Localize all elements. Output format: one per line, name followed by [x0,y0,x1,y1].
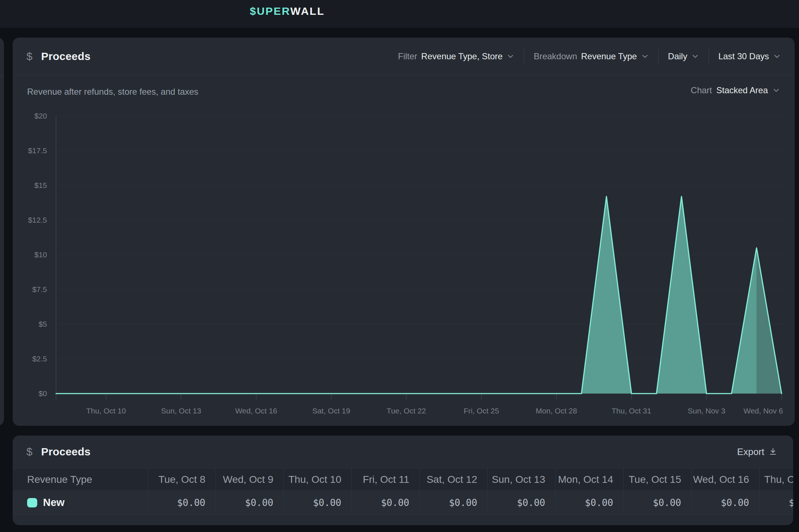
table-cell-value: $0.00 [148,491,215,514]
proceeds-chart-card: $ Proceeds Filter Revenue Type, Store Br… [13,38,795,426]
x-axis-tick-label: Sun, Nov 3 [688,407,725,415]
series-color-swatch [27,498,37,507]
stacked-area-chart[interactable]: $0$2.5$5$7.5$10$12.5$15$17.5$20Thu, Oct … [13,38,795,426]
table-column-header: Thu, Oct 17 [759,468,793,490]
y-axis-tick-label: $0 [39,389,47,398]
y-axis-tick-label: $15 [34,181,47,189]
table-cell-value: $0.00 [283,491,351,514]
table-column-header: Revenue Type [13,468,148,490]
table-cell-value: $0.00 [351,491,419,514]
x-axis-tick-label: Tue, Oct 22 [386,407,426,415]
table-title: Proceeds [41,446,91,458]
export-button[interactable]: Export [737,446,777,458]
y-axis-tick-label: $20 [34,112,47,120]
proceeds-table-card: $ Proceeds Export Revenue Type Tue, Oct … [13,436,793,525]
table-column-header: Sat, Oct 12 [419,468,487,490]
area-fill [56,197,782,394]
table-column-header: Tue, Oct 8 [148,468,215,490]
table-cell-value: $0.00 [555,491,623,514]
download-icon [769,447,777,456]
table-column-header: Mon, Oct 14 [555,468,623,490]
table-header-row: Revenue Type Tue, Oct 8Wed, Oct 9Thu, Oc… [13,468,793,491]
topbar: $UPERWALL [0,0,799,28]
x-axis-tick-label: Sun, Oct 13 [161,407,201,415]
table-row: New $0.00$0.00$0.00$0.00$0.00$0.00$0.00$… [13,491,793,515]
table-cell-value: $0.00 [623,491,691,514]
y-axis-tick-label: $7.5 [32,285,47,293]
x-axis-tick-label: Wed, Nov 6 [743,407,783,415]
table-cell-value: $0.00 [759,491,793,514]
logo-prefix: $UPER [250,5,290,17]
adjacent-card-edge [0,38,4,426]
divider [0,75,4,76]
table-column-header: Fri, Oct 11 [351,468,419,490]
y-axis-tick-label: $5 [39,320,47,328]
x-axis-tick-label: Mon, Oct 28 [536,407,577,415]
x-axis-tick-label: Thu, Oct 10 [86,407,126,415]
y-axis-tick-label: $10 [34,250,47,259]
table-column-header: Tue, Oct 15 [623,468,691,490]
x-axis-tick-label: Sat, Oct 19 [312,407,350,415]
export-label: Export [737,446,764,458]
table-column-header: Thu, Oct 10 [283,468,351,490]
table-row-label-cell: New [13,491,148,514]
table-column-header: Wed, Oct 9 [215,468,283,490]
table-cell-value: $0.00 [215,491,283,514]
y-axis-tick-label: $17.5 [28,146,47,155]
y-axis-tick-label: $12.5 [28,216,47,224]
x-axis-tick-label: Fri, Oct 25 [463,407,499,415]
x-axis-tick-label: Thu, Oct 31 [612,407,651,415]
y-axis-tick-label: $2.5 [32,355,47,363]
superwall-logo: $UPERWALL [250,5,325,17]
x-axis-tick-label: Wed, Oct 16 [235,407,277,415]
table-card-header: $ Proceeds Export [13,436,793,468]
table-cell-value: $0.00 [419,491,487,514]
logo-suffix: WALL [290,5,325,17]
table-column-header: Wed, Oct 16 [691,468,759,490]
table-cell-value: $0.00 [487,491,555,514]
series-label: New [43,497,65,509]
dollar-icon: $ [26,446,33,458]
table-column-header: Sun, Oct 13 [487,468,555,490]
table-cell-value: $0.00 [691,491,759,514]
